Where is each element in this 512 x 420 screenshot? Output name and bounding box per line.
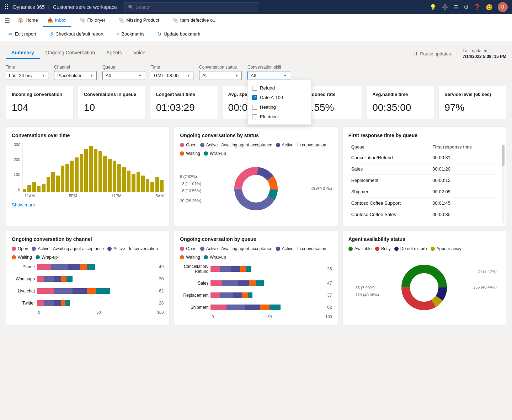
ongoing-by-channel-card: Ongoing conversation by channel Open Act…	[6, 230, 170, 325]
bar-segment	[56, 176, 59, 192]
skill-checkbox-heating[interactable]	[252, 105, 257, 110]
skill-option-refund[interactable]: Refund	[248, 83, 311, 93]
skill-option-cafe[interactable]: ✓ Café A-100	[248, 93, 311, 102]
bar-segment	[108, 159, 112, 192]
hbar-segment	[240, 266, 246, 272]
conv-over-time-card: Conversations over time 300 200 100 0 11…	[6, 126, 170, 226]
tab-item-defective[interactable]: 📎 Item defective o...	[168, 14, 221, 27]
tab-ongoing-conversation[interactable]: Ongoing Conversation	[40, 47, 101, 59]
page-tab-row: Summary Ongoing Conversation Agents Voic…	[6, 47, 506, 59]
legend-wrapup-dot	[204, 151, 208, 156]
hbar-segment	[222, 280, 238, 286]
main-content: Summary Ongoing Conversation Agents Voic…	[0, 41, 512, 331]
waffle-menu[interactable]: ⠿	[4, 3, 9, 11]
hbar-segment	[54, 300, 61, 306]
queue-legend-waiting-dot	[180, 255, 184, 259]
hbar-row: Phone49	[12, 264, 164, 270]
skill-option-electrical[interactable]: Electrical	[248, 112, 311, 122]
bookmarks-button[interactable]: ≡ Bookmarks	[113, 30, 147, 38]
hbar-segment	[210, 280, 222, 286]
donut-label-right: 40 (50.01%)	[311, 187, 332, 191]
hbar-queue-label: Sales	[180, 281, 208, 286]
hbar-bars	[37, 300, 155, 306]
scroll-track[interactable]	[502, 145, 505, 223]
tab-bar-menu[interactable]: ☰	[3, 15, 11, 26]
settings-panel-icon[interactable]: ☰	[454, 4, 459, 11]
bar-segment	[122, 167, 126, 192]
agent-legend-available-dot	[348, 247, 353, 251]
hbar-segment	[54, 288, 73, 294]
skill-checkbox-cafe[interactable]: ✓	[252, 95, 257, 100]
agent-donut-right-labels: 24 (5.47%) 256 (40.44%)	[473, 268, 497, 291]
legend-open-dot	[180, 143, 184, 147]
bar-segment	[89, 146, 92, 192]
settings-icon[interactable]: ⚙	[464, 4, 469, 11]
hbar-segment	[44, 300, 54, 306]
bar-segment	[65, 164, 69, 192]
bar-segment	[155, 177, 159, 192]
tab-agents[interactable]: Agents	[101, 47, 128, 59]
search-bar[interactable]: 🔍	[124, 2, 259, 12]
first-response-card: First response time by queue Queue ↑ Fir…	[342, 126, 506, 226]
first-response-table-container[interactable]: Queue ↑ First response time Cancellation…	[348, 142, 500, 220]
filters-row: Time Last 24 hrs ▼ Channel Placeholder ▼…	[6, 65, 506, 80]
bar-segment	[141, 176, 145, 192]
add-icon[interactable]: ➕	[442, 4, 449, 11]
edit-report-button[interactable]: ✏ Edit report	[6, 30, 39, 38]
hbar-count: 62	[327, 305, 332, 310]
tab-summary[interactable]: Summary	[6, 47, 40, 59]
bar-segment	[113, 161, 116, 192]
search-input[interactable]	[136, 5, 255, 10]
scroll-thumb[interactable]	[502, 145, 505, 166]
hbar-queue-label: Cancellation/ Refund	[180, 264, 208, 274]
tab-inbox[interactable]: 📥 Inbox	[43, 14, 71, 27]
hbar-row: Whatsapp30	[12, 276, 164, 282]
hbar-bars	[37, 288, 155, 294]
hbar-segment	[51, 264, 68, 270]
inbox-tab-icon: 📥	[47, 17, 53, 23]
queue-legend: Open Active - Awaiting agent acceptance …	[180, 246, 332, 260]
hbar-segment	[54, 276, 61, 282]
fix-dryer-icon: 📎	[80, 17, 85, 23]
timezone-filter-select[interactable]: GMT -08:00 ▼	[151, 71, 193, 80]
channel-filter-select[interactable]: Placeholder ▼	[54, 71, 97, 80]
user-avatar[interactable]: U	[498, 2, 508, 12]
bar-segment	[117, 164, 121, 192]
conv-status-filter-chevron: ▼	[235, 74, 239, 77]
pause-updates-button[interactable]: ⏸ Pause updates	[413, 51, 451, 56]
conv-skill-filter-chevron: ▼	[283, 74, 287, 77]
update-bookmark-button[interactable]: ↻ Update bookmark	[154, 30, 203, 38]
notifications-icon[interactable]: 💡	[430, 4, 437, 11]
bar-segment	[27, 185, 31, 192]
skill-option-heating[interactable]: Heating	[248, 102, 311, 112]
skill-checkbox-electrical[interactable]	[252, 114, 257, 119]
tab-fix-dryer[interactable]: 📎 Fix dryer	[75, 14, 110, 27]
conv-status-filter-select[interactable]: All ▼	[199, 71, 242, 80]
bar-segment	[37, 186, 41, 192]
queue-filter-chevron: ▼	[138, 74, 142, 77]
checkout-report-button[interactable]: ↺ Checkout default report	[46, 30, 106, 38]
time-filter-select[interactable]: Last 24 hrs ▼	[6, 71, 48, 80]
agent-legend-dnd: Do not disturb	[394, 246, 427, 251]
search-icon: 🔍	[128, 5, 134, 10]
queue-legend-active-in-conv: Active - In conversation	[276, 246, 326, 251]
legend-active-in-conv: Active - In conversation	[276, 142, 326, 147]
channel-legend-wrapup-dot	[36, 255, 40, 259]
skill-checkbox-refund[interactable]	[252, 86, 257, 91]
tab-voice[interactable]: Voice	[128, 47, 151, 59]
hbar-segment	[231, 266, 240, 272]
hbar-segment	[260, 305, 269, 310]
hbar-channel-label: Whatsapp	[12, 276, 35, 281]
tab-missing-product[interactable]: 📎 Missing Product	[114, 14, 163, 27]
feedback-icon[interactable]: 😊	[486, 4, 493, 11]
help-icon[interactable]: ❓	[474, 4, 481, 11]
show-more-link[interactable]: Show more	[12, 202, 164, 208]
bar-segment	[94, 149, 97, 192]
channel-legend-active-in-conv-dot	[107, 247, 112, 251]
conv-skill-filter-select[interactable]: All ▼	[247, 71, 290, 80]
time-filter-chevron: ▼	[42, 74, 45, 77]
tab-home[interactable]: 🏠 Home	[14, 14, 42, 27]
queue-legend-wrapup: Wrap-up	[204, 255, 226, 260]
queue-filter-select[interactable]: All ▼	[102, 71, 145, 80]
sort-icon[interactable]: ↑	[367, 145, 369, 149]
